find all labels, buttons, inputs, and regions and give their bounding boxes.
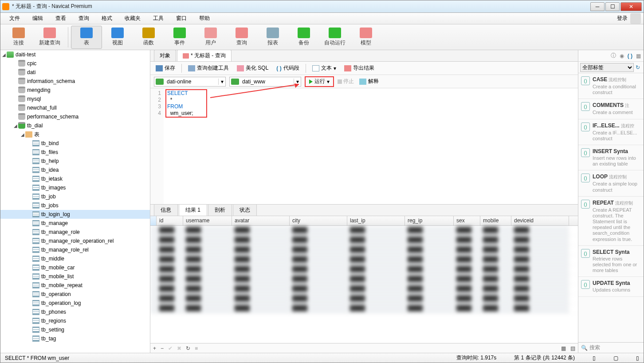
caret-icon[interactable]: ◢ bbox=[20, 132, 25, 137]
layout-icon-2[interactable]: ▢ bbox=[613, 355, 618, 361]
toolbar-autorun[interactable]: 自动运行 bbox=[319, 26, 350, 49]
minimize-button[interactable]: ─ bbox=[590, 2, 605, 11]
snippet-item[interactable]: ()CASE流程控制Create a conditional construct bbox=[578, 73, 644, 99]
table-node[interactable]: tb_mobile_list bbox=[0, 272, 150, 281]
table-row[interactable]: ████████████████████████████████████ bbox=[150, 294, 578, 304]
database-node[interactable]: dati bbox=[0, 68, 150, 77]
table-node[interactable]: tb_setting bbox=[0, 325, 150, 334]
toolbar-functions[interactable]: 函数 bbox=[133, 26, 164, 49]
menu-格式[interactable]: 格式 bbox=[95, 13, 118, 24]
snippet-item[interactable]: ()REPEAT流程控制Create A REPEAT construct. T… bbox=[578, 197, 644, 246]
text-button[interactable]: 文本 ▾ bbox=[310, 63, 338, 73]
database-node[interactable]: tb_dial bbox=[27, 122, 43, 129]
database-node[interactable]: mysql bbox=[0, 95, 150, 103]
add-record-button[interactable]: + bbox=[153, 345, 156, 351]
column-header[interactable]: username bbox=[183, 216, 232, 225]
maximize-button[interactable]: ☐ bbox=[605, 2, 620, 11]
table-node[interactable]: tb_ietask bbox=[0, 174, 150, 183]
column-header[interactable]: deviceid bbox=[511, 216, 569, 225]
connection-node[interactable]: daiti-test bbox=[16, 51, 35, 58]
tab-profile[interactable]: 剖析 bbox=[208, 204, 232, 216]
braces-icon[interactable]: ( ) bbox=[628, 53, 632, 59]
database-combo[interactable]: dati_www ▾ bbox=[229, 77, 301, 87]
column-header[interactable]: reg_ip bbox=[405, 216, 454, 225]
avatar-icon[interactable] bbox=[630, 13, 641, 24]
database-node[interactable]: performance_schema bbox=[0, 112, 150, 121]
connection-combo[interactable]: dati-online ▾ bbox=[154, 77, 226, 87]
menu-编辑[interactable]: 编辑 bbox=[26, 13, 49, 24]
table-node[interactable]: tb_jobs bbox=[0, 201, 150, 210]
grid-view-icon[interactable]: ▦ bbox=[561, 345, 566, 351]
grid-icon[interactable]: ▦ bbox=[636, 53, 641, 59]
menu-窗口[interactable]: 窗口 bbox=[170, 13, 193, 24]
login-link[interactable]: 登录 bbox=[617, 15, 628, 22]
export-button[interactable]: 导出结果 bbox=[342, 63, 376, 73]
table-row[interactable]: ████████████████████████████████████ bbox=[150, 226, 578, 236]
snippet-item[interactable]: ()SELECT SyntaRetrieve rows selected fro… bbox=[578, 246, 644, 277]
beautify-button[interactable]: 美化 SQL bbox=[235, 63, 270, 73]
table-row[interactable]: ████████████████████████████████████ bbox=[150, 284, 578, 294]
table-node[interactable]: tb_manage_role_operation_rel bbox=[0, 237, 150, 245]
tab-query[interactable]: * 无标题 - 查询 bbox=[177, 50, 232, 61]
toolbar-users[interactable]: 用户 bbox=[195, 26, 226, 49]
explain-button[interactable]: 解释 bbox=[357, 77, 381, 86]
database-node[interactable]: information_schema bbox=[0, 77, 150, 86]
save-button[interactable]: 保存 bbox=[154, 63, 177, 73]
table-node[interactable]: tb_middle bbox=[0, 254, 150, 263]
chevron-down-icon[interactable]: ▾ bbox=[294, 79, 301, 85]
table-row[interactable]: ████████████████████████████████████ bbox=[150, 304, 578, 314]
menu-文件[interactable]: 文件 bbox=[3, 13, 26, 24]
table-node[interactable]: tb_regions bbox=[0, 316, 150, 325]
toolbar-connect[interactable]: 连接 bbox=[3, 26, 34, 49]
table-row[interactable]: ████████████████████████████████████ bbox=[150, 255, 578, 265]
tab-info[interactable]: 信息 bbox=[154, 204, 178, 216]
toolbar-reports[interactable]: 报表 bbox=[257, 26, 288, 49]
table-node[interactable]: tb_manage bbox=[0, 219, 150, 228]
table-node[interactable]: tb_files bbox=[0, 148, 150, 157]
table-row[interactable]: ████████████████████████████████████ bbox=[150, 265, 578, 275]
snippet-item[interactable]: ()LOOP流程控制Create a simple loop construct bbox=[578, 170, 644, 196]
object-tree[interactable]: ◢ daiti-test cpicdatiinformation_schemam… bbox=[0, 50, 150, 353]
toolbar-views[interactable]: 视图 bbox=[102, 26, 133, 49]
refresh-icon[interactable]: ↻ bbox=[634, 64, 642, 71]
table-row[interactable]: ████████████████████████████████████ bbox=[150, 236, 578, 245]
snippet-item[interactable]: ()UPDATE SyntaUpdates columns bbox=[578, 277, 644, 296]
table-node[interactable]: tb_manage_role_rel bbox=[0, 245, 150, 254]
table-node[interactable]: tb_idea bbox=[0, 166, 150, 174]
tab-objects[interactable]: 对象 bbox=[154, 50, 176, 61]
chevron-down-icon[interactable]: ▾ bbox=[218, 79, 225, 85]
snippet-button[interactable]: ( )代码段 bbox=[275, 63, 301, 73]
snippet-search[interactable]: 🔍 搜索 bbox=[578, 342, 644, 353]
table-row[interactable]: ████████████████████████████████████ bbox=[150, 275, 578, 284]
toolbar-events[interactable]: 事件 bbox=[164, 26, 195, 49]
titlebar[interactable]: * 无标题 - 查询 - Navicat Premium ─ ☐ ✕ bbox=[0, 0, 644, 13]
result-grid[interactable]: idusernameavatarcitylast_ipreg_ipsexmobi… bbox=[150, 216, 578, 343]
toolbar-new-query[interactable]: 新建查询 bbox=[34, 26, 65, 49]
snippet-item[interactable]: ()IF...ELSE...流程控Create a IF...ELSE... c… bbox=[578, 119, 644, 145]
snippet-item[interactable]: ()INSERT SyntaInsert new rows into an ex… bbox=[578, 145, 644, 170]
table-node[interactable]: tb_help bbox=[0, 157, 150, 166]
layout-icon-1[interactable]: ▯ bbox=[593, 355, 596, 361]
table-node[interactable]: tb_login_log bbox=[0, 210, 150, 219]
column-header[interactable]: last_ip bbox=[347, 216, 405, 225]
menu-工具[interactable]: 工具 bbox=[147, 13, 170, 24]
layout-icon-3[interactable]: ▯ bbox=[636, 355, 639, 361]
close-button[interactable]: ✕ bbox=[620, 2, 642, 11]
table-node[interactable]: tb_operation_log bbox=[0, 299, 150, 308]
column-header[interactable]: city bbox=[290, 216, 347, 225]
info-icon[interactable]: ⓘ bbox=[611, 52, 616, 59]
eye-icon[interactable]: ◉ bbox=[620, 53, 624, 59]
query-builder-button[interactable]: 查询创建工具 bbox=[186, 63, 231, 73]
column-header[interactable]: id bbox=[157, 216, 183, 225]
database-node[interactable]: cpic bbox=[0, 59, 150, 68]
tab-result1[interactable]: 结果 1 bbox=[179, 204, 207, 216]
table-node[interactable]: tb_manage_role bbox=[0, 228, 150, 237]
table-node[interactable]: tb_bind bbox=[0, 139, 150, 148]
caret-icon[interactable]: ◢ bbox=[1, 52, 7, 57]
menu-查询[interactable]: 查询 bbox=[72, 13, 95, 24]
table-node[interactable]: tb_operation bbox=[0, 290, 150, 299]
tab-status[interactable]: 状态 bbox=[233, 204, 257, 216]
delete-record-button[interactable]: − bbox=[161, 345, 164, 351]
column-header[interactable]: sex bbox=[454, 216, 480, 225]
tables-folder[interactable]: 表 bbox=[34, 131, 39, 138]
